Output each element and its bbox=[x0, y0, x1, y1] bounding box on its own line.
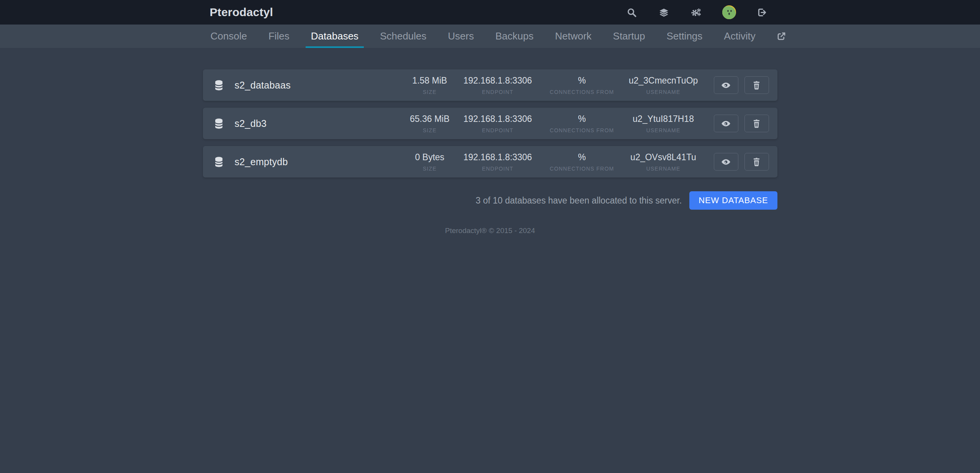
trash-icon bbox=[752, 119, 761, 128]
tab-databases[interactable]: Databases bbox=[305, 25, 365, 48]
top-navbar: Pterodactyl bbox=[0, 0, 980, 25]
delete-database-button[interactable] bbox=[744, 76, 769, 94]
tab-network[interactable]: Network bbox=[549, 25, 597, 48]
database-name: s2_databaas bbox=[235, 80, 291, 91]
endpoint-label: ENDPOINT bbox=[482, 166, 514, 172]
eye-icon bbox=[721, 80, 731, 90]
database-name: s2_db3 bbox=[235, 118, 267, 129]
search-icon[interactable] bbox=[626, 6, 638, 18]
database-username: u2_YtuI817H18 bbox=[633, 114, 694, 124]
database-connections-from: % bbox=[578, 76, 586, 86]
eye-icon bbox=[721, 157, 731, 167]
database-endpoint: 192.168.1.8:3306 bbox=[463, 76, 532, 86]
view-database-button[interactable] bbox=[714, 76, 738, 94]
database-username: u2_3CmecnTuOp bbox=[629, 76, 698, 86]
tab-settings[interactable]: Settings bbox=[660, 25, 708, 48]
server-list-icon[interactable] bbox=[658, 6, 670, 18]
connections-from-label: CONNECTIONS FROM bbox=[550, 166, 614, 172]
database-row: s2_databaas 1.58 MiB SIZE 192.168.1.8:33… bbox=[203, 69, 777, 101]
database-connections-from: % bbox=[578, 152, 586, 163]
username-label: USERNAME bbox=[646, 89, 681, 95]
database-username: u2_OVsv8L41Tu bbox=[630, 152, 696, 163]
connections-from-label: CONNECTIONS FROM bbox=[550, 127, 614, 133]
allocation-status-text: 3 of 10 databases have been allocated to… bbox=[476, 195, 682, 206]
username-label: USERNAME bbox=[646, 127, 681, 133]
database-name: s2_emptydb bbox=[235, 156, 288, 168]
tab-schedules[interactable]: Schedules bbox=[374, 25, 432, 48]
database-endpoint: 192.168.1.8:3306 bbox=[463, 114, 532, 124]
database-icon bbox=[214, 118, 224, 130]
external-link-icon[interactable] bbox=[771, 25, 792, 48]
endpoint-label: ENDPOINT bbox=[482, 89, 514, 95]
username-label: USERNAME bbox=[646, 166, 681, 172]
user-avatar[interactable] bbox=[722, 5, 736, 19]
database-icon bbox=[214, 79, 224, 91]
database-row: s2_emptydb 0 Bytes SIZE 192.168.1.8:3306… bbox=[203, 146, 777, 177]
tab-files[interactable]: Files bbox=[262, 25, 296, 48]
databases-page: s2_databaas 1.58 MiB SIZE 192.168.1.8:33… bbox=[203, 48, 777, 235]
eye-icon bbox=[721, 119, 731, 128]
tab-activity[interactable]: Activity bbox=[718, 25, 761, 48]
app-title[interactable]: Pterodactyl bbox=[210, 6, 273, 19]
size-label: SIZE bbox=[423, 166, 437, 172]
view-database-button[interactable] bbox=[714, 153, 738, 171]
database-endpoint: 192.168.1.8:3306 bbox=[463, 152, 532, 163]
allocation-footer: 3 of 10 databases have been allocated to… bbox=[203, 191, 777, 210]
trash-icon bbox=[752, 157, 761, 167]
size-label: SIZE bbox=[423, 127, 437, 133]
server-subnav: Console Files Databases Schedules Users … bbox=[0, 25, 980, 48]
endpoint-label: ENDPOINT bbox=[482, 127, 514, 133]
delete-database-button[interactable] bbox=[744, 153, 769, 171]
connections-from-label: CONNECTIONS FROM bbox=[550, 89, 614, 95]
database-connections-from: % bbox=[578, 114, 586, 124]
size-label: SIZE bbox=[423, 89, 437, 95]
database-size: 1.58 MiB bbox=[412, 76, 447, 86]
trash-icon bbox=[752, 80, 761, 90]
new-database-button[interactable]: NEW DATABASE bbox=[689, 191, 777, 210]
copyright-text: Pterodactyl® © 2015 - 2024 bbox=[203, 227, 777, 235]
tab-startup[interactable]: Startup bbox=[607, 25, 651, 48]
database-row: s2_db3 65.36 MiB SIZE 192.168.1.8:3306 E… bbox=[203, 108, 777, 139]
tab-console[interactable]: Console bbox=[205, 25, 253, 48]
view-database-button[interactable] bbox=[714, 115, 738, 132]
database-size: 0 Bytes bbox=[415, 152, 445, 163]
database-size: 65.36 MiB bbox=[410, 114, 450, 124]
delete-database-button[interactable] bbox=[744, 115, 769, 132]
database-icon bbox=[214, 156, 224, 168]
tab-users[interactable]: Users bbox=[442, 25, 480, 48]
sign-out-icon[interactable] bbox=[756, 6, 768, 18]
tab-backups[interactable]: Backups bbox=[489, 25, 540, 48]
admin-settings-icon[interactable] bbox=[690, 6, 702, 18]
navbar-icon-group bbox=[626, 5, 768, 19]
